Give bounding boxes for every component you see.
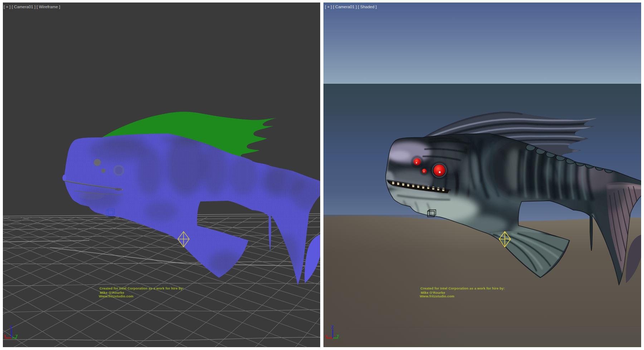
svg-text:Z: Z [331,325,333,329]
svg-text:[ + ] [ Camera01 ] [ Shaded ]: [ + ] [ Camera01 ] [ Shaded ] [325,5,377,9]
svg-text:Z: Z [10,325,12,329]
svg-text:Www.fritzstudio.com: Www.fritzstudio.com [420,294,454,298]
svg-text:x: x [325,334,327,338]
svg-text:x: x [4,334,6,338]
svg-text:Created for Intel Corporation: Created for Intel Corporation as a work … [420,286,505,290]
svg-text:Created for Intel Corporation: Created for Intel Corporation as a work … [99,286,184,290]
svg-text:y: y [16,334,18,337]
svg-text:Www.fritzstudio.com: Www.fritzstudio.com [99,294,133,298]
svg-text:[ + ] [ Camera01 ] [ Wireframe: [ + ] [ Camera01 ] [ Wireframe ] [4,5,60,9]
svg-text:y: y [337,334,339,337]
